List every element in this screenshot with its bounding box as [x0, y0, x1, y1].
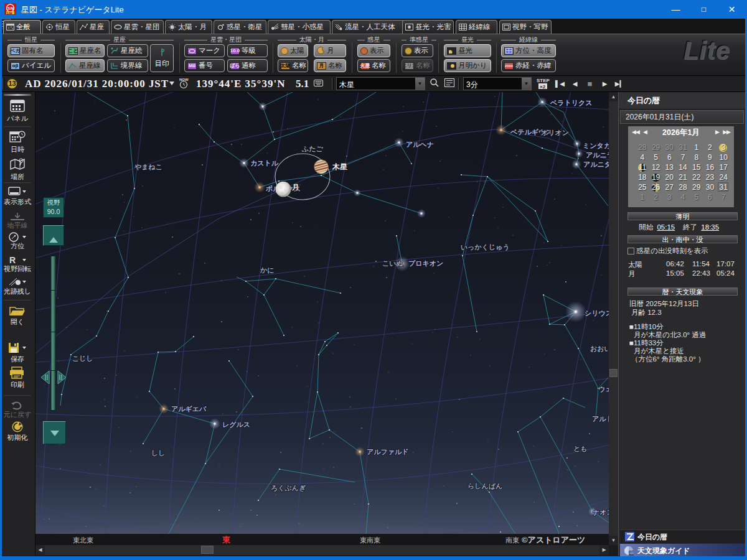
svg-text:アルファルド: アルファルド	[367, 448, 409, 455]
svg-text:アルギエバ: アルギエバ	[171, 405, 207, 413]
svg-text:アルドラ: アルドラ	[592, 415, 609, 422]
svg-text:STEP: STEP	[537, 78, 550, 83]
svg-text:カストル: カストル	[250, 159, 279, 167]
svg-text:プロキオン: プロキオン	[408, 259, 443, 267]
svg-text:木星: 木星	[332, 162, 347, 171]
svg-text:オリオン: オリオン	[541, 129, 569, 136]
svg-text:ウェゼン: ウェゼン	[598, 385, 609, 393]
svg-text:しし: しし	[151, 449, 166, 457]
svg-text:R: R	[9, 255, 16, 265]
svg-text:いっかくじゅう: いっかくじゅう	[461, 243, 510, 251]
svg-text:ふたご: ふたご	[301, 145, 324, 152]
svg-text:こじし: こじし	[72, 355, 93, 362]
svg-text:ミンタカ: ミンタカ	[583, 142, 609, 149]
svg-text:×2: ×2	[540, 84, 546, 90]
svg-text:アルニラム: アルニラム	[586, 151, 609, 159]
svg-text:ろくぶんぎ: ろくぶんぎ	[271, 484, 306, 492]
svg-text:とも: とも	[573, 445, 588, 452]
svg-text:おおいぬ: おおいぬ	[590, 345, 609, 353]
svg-text:かに: かに	[260, 266, 275, 274]
svg-text:月: 月	[291, 183, 299, 192]
svg-text:SN: SN	[7, 6, 14, 11]
svg-text:Lite: Lite	[7, 11, 12, 15]
svg-text:レグルス: レグルス	[222, 421, 250, 428]
svg-text:らしんばん: らしんばん	[467, 482, 502, 490]
svg-text:シリウス: シリウス	[585, 309, 609, 317]
svg-text:こいぬ: こいぬ	[382, 259, 403, 267]
svg-text:ナオス: ナオス	[593, 508, 609, 516]
svg-text:やまねこ: やまねこ	[134, 163, 162, 170]
svg-text:ベラトリクス: ベラトリクス	[550, 99, 593, 106]
svg-text:アルヘナ: アルヘナ	[406, 141, 434, 148]
svg-text:アルニタク: アルニタク	[583, 161, 609, 168]
